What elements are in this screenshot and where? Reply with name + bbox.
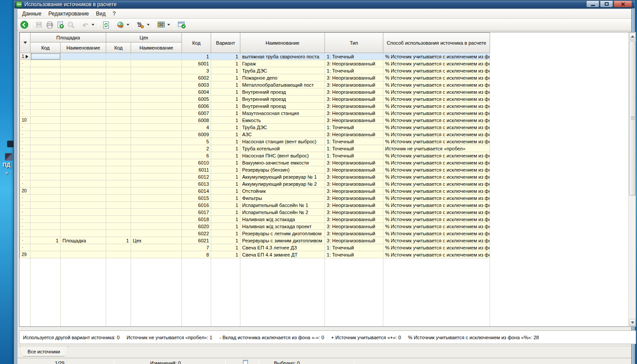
- column-header-pl-name[interactable]: Наименование: [61, 42, 106, 53]
- cell-ck[interactable]: [106, 96, 131, 103]
- table-row[interactable]: ·60061Внутренний проезд3: Неорганизованн…: [20, 103, 490, 110]
- cell-tip[interactable]: 3: Неорганизованный: [325, 159, 383, 166]
- cell-cn[interactable]: [131, 53, 182, 60]
- cell-variant[interactable]: 1: [211, 124, 240, 131]
- cell-tip[interactable]: 3: Неорганизованный: [325, 173, 383, 180]
- table-row[interactable]: 1060081Емкость3: Неорганизованный% Источ…: [20, 117, 490, 124]
- cell-cn[interactable]: [131, 244, 182, 251]
- cell-pn[interactable]: [61, 53, 106, 60]
- cell-sposob[interactable]: % Источник учитывается с исключением из …: [383, 251, 490, 258]
- cell-cn[interactable]: [131, 209, 182, 216]
- cell-pn[interactable]: [61, 124, 106, 131]
- cell-tip[interactable]: 3: Неорганизованный: [325, 188, 383, 195]
- cell-sposob[interactable]: % Источник учитывается с исключением из …: [383, 117, 490, 124]
- cell-pn[interactable]: [61, 103, 106, 110]
- cell-ck[interactable]: [106, 67, 131, 74]
- cell-cn[interactable]: [131, 67, 182, 74]
- cell-tip[interactable]: 3: Неорганизованный: [325, 202, 383, 209]
- cell-cn[interactable]: [131, 103, 182, 110]
- cell-name[interactable]: Емкость: [240, 117, 325, 124]
- cell-kod[interactable]: 6010: [182, 159, 211, 166]
- cell-cn[interactable]: [131, 96, 182, 103]
- cell-kod[interactable]: 6007: [182, 110, 211, 117]
- cell-cn[interactable]: [131, 251, 182, 258]
- cell-ck[interactable]: [106, 223, 131, 230]
- cell-ck[interactable]: [106, 145, 131, 152]
- cell-tip[interactable]: 3: Неорганизованный: [325, 216, 383, 223]
- cell-tip[interactable]: 3: Неорганизованный: [325, 223, 383, 230]
- cell-pk[interactable]: 1: [31, 237, 61, 244]
- cell-sposob[interactable]: % Источник учитывается с исключением из …: [383, 223, 490, 230]
- cell-name[interactable]: Свеча ЕП 4.3 летнее ДЗ: [240, 244, 325, 251]
- row-header[interactable]: ·: [20, 237, 31, 244]
- column-header-ceh-kod[interactable]: Код: [106, 42, 131, 53]
- cell-variant[interactable]: 1: [211, 74, 240, 81]
- cell-name[interactable]: АЗС: [240, 131, 325, 138]
- cell-pk[interactable]: [31, 230, 61, 237]
- cell-pn[interactable]: [61, 230, 106, 237]
- cell-tip[interactable]: 3: Неорганизованный: [325, 74, 383, 81]
- cell-pk[interactable]: [31, 251, 61, 258]
- cell-sposob[interactable]: % Источник учитывается с исключением из …: [383, 173, 490, 180]
- cell-pk[interactable]: [31, 223, 61, 230]
- table-row[interactable]: ·60181Наливная ж/д эстакада3: Неорганизо…: [20, 216, 490, 223]
- cell-variant[interactable]: 1: [211, 131, 240, 138]
- cell-ck[interactable]: [106, 110, 131, 117]
- cell-kod[interactable]: 6006: [182, 103, 211, 110]
- cell-tip[interactable]: 3: Неорганизованный: [325, 195, 383, 202]
- table-row[interactable]: ·60091АЗС3: Неорганизованный% Источник у…: [20, 131, 490, 138]
- undo-dropdown-icon[interactable]: [92, 24, 94, 26]
- cell-pk[interactable]: [31, 117, 61, 124]
- cell-kod[interactable]: 6022: [182, 230, 211, 237]
- cell-name[interactable]: Испарительный бассейн № 1: [240, 202, 325, 209]
- cell-variant[interactable]: 1: [211, 166, 240, 173]
- cell-pk[interactable]: [31, 209, 61, 216]
- cell-tip[interactable]: 1: Точечный: [325, 124, 383, 131]
- cell-pn[interactable]: [61, 202, 106, 209]
- table-row[interactable]: ·60041Внутренний проезд3: Неорганизованн…: [20, 88, 490, 96]
- row-header[interactable]: ·: [20, 244, 31, 251]
- maximize-button[interactable]: [600, 1, 613, 8]
- cell-variant[interactable]: 1: [211, 110, 240, 117]
- table-row[interactable]: ·60011Гараж3: Неорганизованный% Источник…: [20, 60, 490, 67]
- cell-name[interactable]: Испарительный бассейн № 2: [240, 209, 325, 216]
- cell-pk[interactable]: [31, 124, 61, 131]
- cell-sposob[interactable]: % Источник учитывается с исключением из …: [383, 159, 490, 166]
- cell-kod[interactable]: 6013: [182, 180, 211, 188]
- cell-kod[interactable]: 6005: [182, 96, 211, 103]
- cell-name[interactable]: Гараж: [240, 60, 325, 67]
- cell-pn[interactable]: [61, 173, 106, 180]
- row-header[interactable]: ·: [20, 60, 31, 67]
- cell-ck[interactable]: 1: [106, 237, 131, 244]
- close-button[interactable]: [614, 1, 632, 8]
- cell-ck[interactable]: [106, 195, 131, 202]
- cell-name[interactable]: Аккумулирующий резервуар № 2: [240, 180, 325, 188]
- cell-variant[interactable]: 1: [211, 223, 240, 230]
- cell-pk[interactable]: [31, 131, 61, 138]
- cell-pk[interactable]: [31, 74, 61, 81]
- percent-settings-button[interactable]: %: [135, 20, 146, 30]
- row-header[interactable]: ·: [20, 96, 31, 103]
- table-row[interactable]: ·71Свеча ЕП 4.3 летнее ДЗ1: Точечный% Ис…: [20, 244, 490, 251]
- cell-sposob[interactable]: % Источник учитывается с исключением из …: [383, 110, 490, 117]
- row-header[interactable]: ·: [20, 145, 31, 152]
- cell-pk[interactable]: [31, 53, 61, 60]
- scrollbar-thumb[interactable]: [629, 41, 636, 195]
- desktop-icon-label-2[interactable]: в: [6, 171, 8, 175]
- cell-pk[interactable]: [31, 138, 61, 145]
- vertical-scrollbar[interactable]: [628, 32, 636, 326]
- row-header[interactable]: 10: [20, 117, 31, 124]
- grid-view-dropdown-icon[interactable]: [167, 24, 170, 26]
- cell-pn[interactable]: [61, 251, 106, 258]
- row-header[interactable]: ·: [20, 67, 31, 74]
- cell-variant[interactable]: 1: [211, 67, 240, 74]
- table-row[interactable]: 2060141Отстойник3: Неорганизованный% Ист…: [20, 188, 490, 195]
- cell-pn[interactable]: [61, 166, 106, 173]
- row-header[interactable]: ·: [20, 216, 31, 223]
- row-header[interactable]: ·: [20, 81, 31, 88]
- table-row[interactable]: ·60021Пожарное депо3: Неорганизованный% …: [20, 74, 490, 81]
- row-header[interactable]: ·: [20, 74, 31, 81]
- cell-pn[interactable]: [61, 117, 106, 124]
- cell-ck[interactable]: [106, 81, 131, 88]
- cell-pk[interactable]: [31, 244, 61, 251]
